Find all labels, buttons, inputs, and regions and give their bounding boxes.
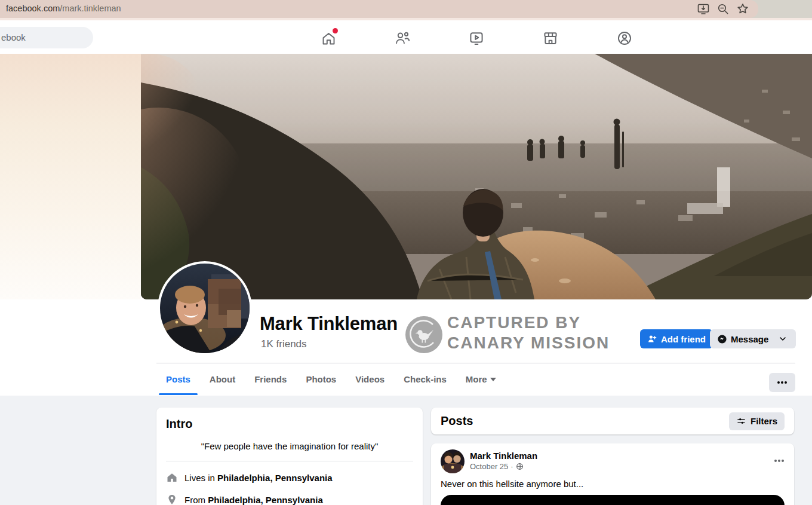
tab-more[interactable]: More: [456, 363, 506, 395]
intro-title: Intro: [166, 417, 413, 431]
add-friend-button[interactable]: Add friend: [640, 329, 713, 348]
send-to-device-icon[interactable]: [696, 2, 710, 16]
tab-checkins-label: Check-ins: [404, 374, 447, 384]
post-author-avatar[interactable]: [441, 449, 465, 473]
tab-videos[interactable]: Videos: [346, 363, 394, 395]
post-date: October 25: [470, 462, 508, 471]
url-path: /mark.tinkleman: [60, 4, 121, 13]
person-add-icon: [647, 334, 657, 344]
filters-label: Filters: [751, 416, 777, 426]
home-filled-icon: [166, 472, 178, 483]
friends-icon: [394, 30, 411, 47]
add-friend-label: Add friend: [661, 334, 706, 344]
page-gradient-rail: [0, 54, 141, 338]
tab-posts-label: Posts: [166, 374, 190, 384]
tab-more-label: More: [466, 374, 487, 384]
ellipsis-icon: [774, 459, 785, 463]
profile-name: Mark Tinkleman: [260, 313, 398, 335]
search-text: ebook: [1, 32, 26, 42]
filters-button[interactable]: Filters: [729, 412, 785, 430]
post-menu-button[interactable]: [774, 454, 785, 465]
url-host: facebook.com: [6, 4, 60, 13]
from-text: From Philadelphia, Pennsylvania: [184, 495, 323, 505]
home-tab[interactable]: [320, 30, 337, 47]
filters-icon: [736, 416, 746, 426]
from-row: From Philadelphia, Pennsylvania: [166, 494, 413, 505]
message-button[interactable]: Message: [710, 329, 776, 348]
lives-in-text: Lives in Philadelphia, Pennsylvania: [184, 473, 333, 483]
intro-quote: "Few people have the imagination for rea…: [166, 441, 413, 451]
location-pin-icon: [166, 494, 178, 505]
notification-dot: [333, 28, 338, 33]
watermark-line-1: CAPTURED BY: [447, 313, 610, 333]
public-globe-icon: [516, 463, 524, 470]
marketplace-tab[interactable]: [542, 30, 559, 47]
tab-photos[interactable]: Photos: [296, 363, 346, 395]
groups-tab[interactable]: [616, 30, 633, 47]
tab-videos-label: Videos: [355, 374, 385, 384]
intro-divider: [166, 461, 413, 461]
canary-mission-logo: [405, 316, 442, 353]
tab-posts[interactable]: Posts: [156, 363, 200, 395]
watch-tab[interactable]: [468, 30, 485, 47]
tab-friends-label: Friends: [254, 374, 287, 384]
profile-picture[interactable]: [158, 261, 252, 356]
friends-tab[interactable]: [394, 30, 411, 47]
friends-count[interactable]: 1K friends: [261, 338, 307, 350]
posts-header-card: Posts Filters: [431, 408, 794, 434]
tab-friends[interactable]: Friends: [245, 363, 296, 395]
browser-bar: facebook.com/mark.tinkleman: [0, 0, 812, 18]
meta-separator: ·: [510, 462, 513, 471]
profile-tabs: Posts About Friends Photos Videos Check-…: [156, 363, 506, 395]
chevron-down-icon: [778, 334, 788, 344]
cover-photo[interactable]: [141, 54, 812, 299]
captured-watermark: CAPTURED BY CANARY MISSION: [447, 313, 610, 353]
message-label: Message: [731, 334, 768, 344]
ellipsis-icon: [777, 381, 788, 384]
lives-in-row: Lives in Philadelphia, Pennsylvania: [166, 472, 413, 483]
post-card: Mark Tinkleman October 25 · Never on thi…: [431, 443, 794, 505]
page: facebook.com/mark.tinkleman: [0, 0, 812, 505]
post-media[interactable]: [441, 495, 785, 505]
profile-picture-art: [160, 264, 250, 353]
search-input[interactable]: ebook: [0, 27, 93, 48]
messenger-icon: [717, 334, 727, 344]
groups-icon: [616, 30, 633, 47]
tab-photos-label: Photos: [306, 374, 336, 384]
post-avatar-art: [441, 449, 465, 473]
post-text: Never on this hellsite anymore but...: [431, 473, 794, 489]
intro-card: Intro "Few people have the imagination f…: [156, 408, 423, 505]
tab-about[interactable]: About: [200, 363, 245, 395]
post-author-name[interactable]: Mark Tinkleman: [470, 451, 537, 461]
posts-title: Posts: [441, 414, 473, 428]
watermark-line-2: CANARY MISSION: [447, 333, 610, 353]
url-text[interactable]: facebook.com/mark.tinkleman: [6, 4, 121, 13]
post-meta[interactable]: October 25 ·: [470, 462, 537, 471]
bookmark-star-icon[interactable]: [736, 2, 750, 16]
cover-photo-art: [141, 54, 812, 299]
caret-down-icon: [490, 377, 496, 382]
tab-checkins[interactable]: Check-ins: [394, 363, 456, 395]
tabs-overflow-button[interactable]: [769, 373, 795, 392]
tab-about-label: About: [210, 374, 235, 384]
zoom-icon[interactable]: [716, 2, 730, 16]
more-actions-button[interactable]: [770, 329, 796, 348]
marketplace-icon: [542, 30, 559, 47]
watch-icon: [468, 30, 485, 47]
